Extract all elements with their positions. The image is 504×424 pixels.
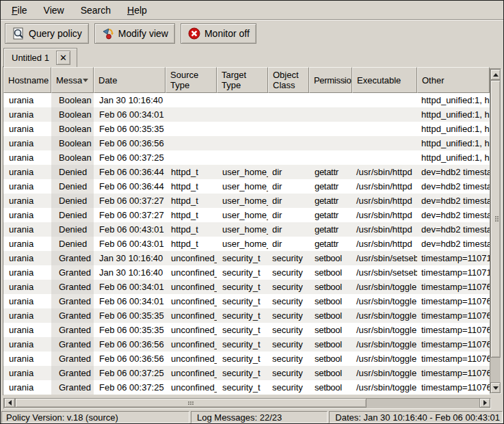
- cell-other: dev=hdb2 timesta: [417, 179, 490, 194]
- table-row[interactable]: uraniaGrantedFeb 06 00:37:25unconfined_s…: [3, 366, 490, 380]
- cell-date: Feb 06 00:36:56: [94, 337, 165, 352]
- scroll-down-button[interactable]: [490, 382, 501, 393]
- modify-view-button[interactable]: Modify view: [94, 23, 175, 44]
- menu-view[interactable]: View: [36, 2, 72, 18]
- scroll-up-button[interactable]: [490, 69, 501, 80]
- table-row[interactable]: uraniaGrantedJan 30 10:16:40unconfined_s…: [3, 251, 490, 265]
- table-row[interactable]: uraniaGrantedFeb 06 00:36:56unconfined_s…: [3, 352, 490, 366]
- scroll-right-button[interactable]: [479, 398, 490, 408]
- cell-message: Denied: [51, 237, 94, 251]
- table-row[interactable]: uraniaDeniedFeb 06 00:37:27httpd_tuser_h…: [3, 208, 490, 222]
- cell-executable: /usr/sbin/setseb: [352, 265, 417, 280]
- cell-source_type: unconfined_: [165, 380, 217, 395]
- table-row[interactable]: uraniaGrantedFeb 06 00:35:35unconfined_s…: [3, 308, 490, 323]
- table-row[interactable]: uraniaBooleanFeb 06 00:34:01httpd_unifie…: [3, 107, 490, 122]
- column-header-other[interactable]: Other: [417, 67, 490, 93]
- tab-close-button[interactable]: ✕: [56, 51, 70, 65]
- cell-source_type: httpd_t: [165, 194, 217, 208]
- table-row[interactable]: uraniaGrantedFeb 06 00:34:01unconfined_s…: [3, 294, 490, 308]
- cell-target_type: security_t: [217, 265, 268, 280]
- cell-object_class: dir: [268, 222, 309, 237]
- cell-permission: setbool: [309, 337, 352, 352]
- cell-date: Feb 06 00:34:01: [94, 294, 165, 308]
- column-header-message[interactable]: Messa: [51, 67, 94, 93]
- column-header-date[interactable]: Date: [94, 67, 165, 93]
- cell-object_class: security: [268, 308, 309, 323]
- cell-target_type: security_t: [217, 380, 268, 395]
- table-row[interactable]: uraniaGrantedFeb 06 00:35:35unconfined_s…: [3, 323, 490, 337]
- scroll-left-button[interactable]: [4, 398, 15, 408]
- cell-target_type: [217, 107, 268, 122]
- cell-object_class: dir: [268, 165, 309, 179]
- monitor-off-button[interactable]: Monitor off: [181, 23, 256, 44]
- table-row[interactable]: uraniaDeniedFeb 06 00:37:27httpd_tuser_h…: [3, 194, 490, 208]
- cell-object_class: security: [268, 294, 309, 308]
- column-header-object_class[interactable]: Object Class: [268, 67, 309, 93]
- cell-permission: getattr: [309, 222, 352, 237]
- cell-hostname: urania: [3, 165, 51, 179]
- magnifier-document-icon: [12, 27, 25, 40]
- cell-executable: /usr/sbin/httpd: [352, 237, 417, 251]
- menu-search[interactable]: Search: [72, 2, 119, 18]
- cell-hostname: urania: [3, 136, 51, 150]
- table-row[interactable]: uraniaBooleanJan 30 10:16:40httpd_unifie…: [3, 93, 490, 107]
- cell-date: Feb 06 00:36:56: [94, 352, 165, 366]
- query-policy-button[interactable]: Query policy: [5, 23, 89, 44]
- menu-file[interactable]: File: [3, 2, 36, 18]
- dates-status: Dates: Jan 30 10:16:40 - Feb 06 00:43:01: [329, 411, 503, 423]
- table-row[interactable]: uraniaDeniedFeb 06 00:43:01httpd_tuser_h…: [3, 237, 490, 251]
- column-header-permission[interactable]: Permission: [309, 67, 352, 93]
- cell-executable: /usr/sbin/httpd: [352, 165, 417, 179]
- stop-icon: [187, 27, 201, 40]
- cell-permission: setbool: [309, 366, 352, 380]
- cell-date: Feb 06 00:37:25: [94, 366, 165, 380]
- vertical-scrollbar[interactable]: [490, 68, 501, 394]
- horizontal-scrollbar-thumb[interactable]: [15, 398, 367, 408]
- table-row[interactable]: uraniaDeniedFeb 06 00:43:01httpd_tuser_h…: [3, 222, 490, 237]
- table-row[interactable]: uraniaBooleanFeb 06 00:37:25httpd_unifie…: [3, 150, 490, 165]
- column-header-label: Other: [422, 75, 445, 85]
- cell-source_type: unconfined_: [165, 280, 217, 294]
- column-header-source_type[interactable]: Source Type: [165, 67, 217, 93]
- table-row[interactable]: uraniaGrantedJan 30 10:16:40unconfined_s…: [3, 265, 490, 280]
- cell-hostname: urania: [3, 222, 51, 237]
- cell-target_type: [217, 93, 268, 107]
- cell-other: timestamp=11071: [417, 251, 490, 265]
- cell-message: Denied: [51, 208, 94, 222]
- modify-view-label: Modify view: [118, 28, 168, 39]
- table-row[interactable]: uraniaGrantedFeb 06 00:36:56unconfined_s…: [3, 337, 490, 352]
- table-row[interactable]: uraniaGrantedFeb 06 00:37:25unconfined_s…: [3, 380, 490, 395]
- cell-other: timestamp=11071: [417, 265, 490, 280]
- cell-message: Boolean: [51, 136, 94, 150]
- vertical-scrollbar-thumb[interactable]: [490, 80, 501, 358]
- tab-untitled-1[interactable]: Untitled 1 ✕: [3, 48, 77, 67]
- cell-other: timestamp=11076: [417, 280, 490, 294]
- cell-target_type: security_t: [217, 366, 268, 380]
- cell-permission: setbool: [309, 380, 352, 395]
- menu-help[interactable]: Help: [119, 2, 155, 18]
- cell-source_type: [165, 93, 217, 107]
- column-header-executable[interactable]: Executable: [352, 67, 417, 93]
- table-row[interactable]: uraniaDeniedFeb 06 00:36:44httpd_tuser_h…: [3, 179, 490, 194]
- horizontal-scrollbar[interactable]: [3, 398, 491, 409]
- cell-source_type: unconfined_: [165, 366, 217, 380]
- cell-hostname: urania: [3, 308, 51, 323]
- cell-target_type: user_home_: [217, 208, 268, 222]
- cell-date: Feb 06 00:36:44: [94, 179, 165, 194]
- cell-executable: /usr/sbin/httpd: [352, 208, 417, 222]
- column-header-target_type[interactable]: Target Type: [217, 67, 268, 93]
- toolbar: Query policy Modify view Mo: [1, 21, 503, 47]
- table-row[interactable]: uraniaBooleanFeb 06 00:35:35httpd_unifie…: [3, 122, 490, 136]
- cell-other: timestamp=11076: [417, 294, 490, 308]
- table-row[interactable]: uraniaBooleanFeb 06 00:36:56httpd_unifie…: [3, 136, 490, 150]
- cell-source_type: unconfined_: [165, 308, 217, 323]
- cell-executable: /usr/sbin/toggle: [352, 380, 417, 395]
- arrow-up-icon: [493, 73, 499, 77]
- cell-hostname: urania: [3, 337, 51, 352]
- cell-other: dev=hdb2 timesta: [417, 237, 490, 251]
- cell-permission: [309, 107, 352, 122]
- table-row[interactable]: uraniaGrantedFeb 06 00:34:01unconfined_s…: [3, 280, 490, 294]
- table-row[interactable]: uraniaDeniedFeb 06 00:36:44httpd_tuser_h…: [3, 165, 490, 179]
- column-header-hostname[interactable]: Hostname: [3, 67, 51, 93]
- cell-hostname: urania: [3, 294, 51, 308]
